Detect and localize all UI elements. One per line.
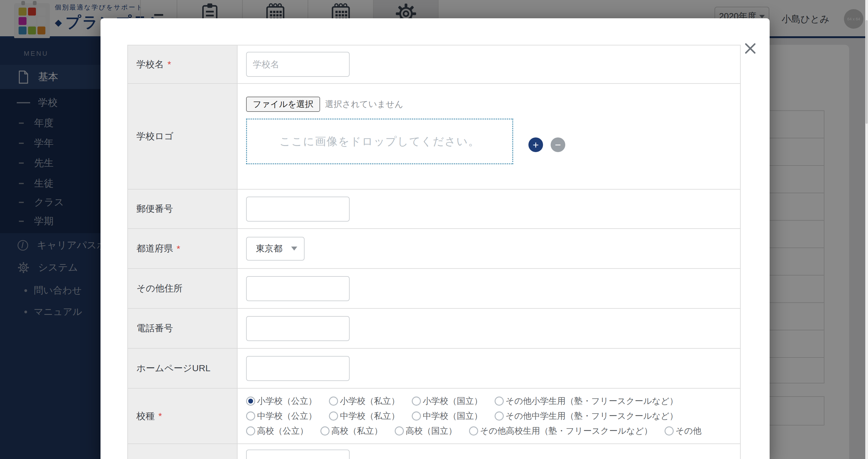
- radio-option[interactable]: 小学校（私立）: [329, 395, 400, 407]
- radio-icon: [495, 397, 504, 406]
- radio-option[interactable]: 中学校（国立）: [412, 410, 483, 422]
- form-row-homepage-url: ホームページURL: [128, 349, 740, 389]
- file-status-text: 選択されていません: [325, 98, 403, 110]
- close-icon[interactable]: [741, 39, 759, 57]
- postal-code-label: 郵便番号: [136, 203, 173, 215]
- scrollbar-track: [865, 0, 868, 459]
- form-row-postal-code: 郵便番号: [128, 190, 740, 229]
- radio-icon: [246, 411, 255, 421]
- homepage-url-input[interactable]: [246, 356, 350, 381]
- form-row-phone: 電話番号: [128, 309, 740, 349]
- school-logo-label: 学校ロゴ: [136, 130, 173, 143]
- radio-option-label: 中学校（国立）: [423, 410, 483, 422]
- scrollbar-thumb[interactable]: [866, 20, 868, 124]
- required-mark: *: [158, 411, 162, 421]
- radio-option-label: その他中学生用（塾・フリースクールなど）: [505, 410, 678, 422]
- radio-option-label: その他: [676, 425, 702, 437]
- radio-option[interactable]: その他高校生用（塾・フリースクールなど）: [469, 425, 652, 437]
- radio-icon: [469, 426, 478, 435]
- radio-option-label: その他小学生用（塾・フリースクールなど）: [505, 395, 678, 407]
- required-mark: *: [167, 59, 171, 69]
- radio-option[interactable]: その他中学生用（塾・フリースクールなど）: [495, 410, 678, 422]
- drop-zone-text: ここに画像をドロップしてください。: [280, 134, 480, 149]
- radio-selected-icon: [246, 397, 255, 406]
- form-row-other-address: その他住所: [128, 269, 740, 309]
- other-address-input[interactable]: [246, 276, 350, 301]
- school-settings-modal: 学校名 * 学校ロゴ ファイルを選択 選択されていません ここ: [100, 18, 770, 459]
- radio-option[interactable]: 中学校（私立）: [329, 410, 400, 422]
- radio-line: 中学校（公立）中学校（私立）中学校（国立）その他中学生用（塾・フリースクールなど…: [246, 410, 714, 422]
- radio-option-label: 中学校（私立）: [340, 410, 400, 422]
- prefecture-label: 都道府県: [136, 242, 173, 255]
- required-mark: *: [177, 243, 180, 254]
- form-row-school-name: 学校名 *: [128, 46, 740, 84]
- form-row-partial: [128, 444, 740, 459]
- radio-icon: [329, 397, 338, 406]
- screen: 個別最適な学びをサポート ◆ プランプラン キャリア・パスポート: [0, 0, 868, 459]
- radio-icon: [246, 426, 255, 435]
- image-drop-zone[interactable]: ここに画像をドロップしてください。: [246, 119, 513, 164]
- radio-option[interactable]: 高校（公立）: [246, 425, 308, 437]
- phone-input[interactable]: [246, 316, 350, 341]
- form-row-prefecture: 都道府県 * 東京都: [128, 229, 740, 269]
- add-logo-button[interactable]: +: [528, 138, 543, 152]
- radio-icon: [495, 411, 504, 421]
- radio-option[interactable]: 高校（国立）: [395, 425, 457, 437]
- file-select-button[interactable]: ファイルを選択: [246, 96, 320, 112]
- school-name-label: 学校名: [136, 58, 164, 71]
- radio-icon: [329, 411, 338, 421]
- radio-option-label: 中学校（公立）: [257, 410, 317, 422]
- radio-option-label: 高校（公立）: [257, 425, 308, 437]
- radio-option[interactable]: 中学校（公立）: [246, 410, 317, 422]
- radio-icon: [412, 397, 421, 406]
- radio-option-label: 小学校（私立）: [340, 395, 400, 407]
- school-name-input[interactable]: [246, 52, 350, 77]
- prefecture-select[interactable]: 東京都: [246, 237, 305, 261]
- radio-option-label: その他高校生用（塾・フリースクールなど）: [480, 425, 652, 437]
- phone-label: 電話番号: [136, 322, 173, 335]
- form-row-school-type: 校種 * 小学校（公立）小学校（私立）小学校（国立）その他小学生用（塾・フリース…: [128, 389, 740, 444]
- radio-option-label: 高校（私立）: [331, 425, 382, 437]
- radio-line: 小学校（公立）小学校（私立）小学校（国立）その他小学生用（塾・フリースクールなど…: [246, 395, 714, 407]
- chevron-down-icon: [291, 247, 297, 251]
- radio-option[interactable]: 小学校（公立）: [246, 395, 317, 407]
- partial-row-input[interactable]: [246, 450, 350, 459]
- radio-icon: [664, 426, 674, 435]
- radio-line: 高校（公立）高校（私立）高校（国立）その他高校生用（塾・フリースクールなど）その…: [246, 425, 714, 437]
- radio-option[interactable]: その他小学生用（塾・フリースクールなど）: [495, 395, 678, 407]
- homepage-url-label: ホームページURL: [136, 362, 211, 375]
- radio-option-label: 小学校（国立）: [423, 395, 483, 407]
- school-type-radio-group: 小学校（公立）小学校（私立）小学校（国立）その他小学生用（塾・フリースクールなど…: [246, 395, 714, 437]
- other-address-label: その他住所: [136, 282, 182, 295]
- school-form-table: 学校名 * 学校ロゴ ファイルを選択 選択されていません ここ: [127, 45, 741, 459]
- remove-logo-button[interactable]: −: [551, 138, 565, 152]
- school-type-label: 校種: [136, 410, 155, 423]
- radio-icon: [395, 426, 404, 435]
- prefecture-selected-value: 東京都: [256, 242, 282, 255]
- radio-icon: [412, 411, 421, 421]
- postal-code-input[interactable]: [246, 197, 350, 222]
- radio-option[interactable]: 小学校（国立）: [412, 395, 483, 407]
- radio-option-label: 小学校（公立）: [257, 395, 317, 407]
- radio-option[interactable]: 高校（私立）: [320, 425, 382, 437]
- radio-option[interactable]: その他: [664, 425, 702, 437]
- radio-option-label: 高校（国立）: [406, 425, 457, 437]
- form-row-school-logo: 学校ロゴ ファイルを選択 選択されていません ここに画像をドロップしてください。…: [128, 84, 740, 190]
- radio-icon: [320, 426, 330, 435]
